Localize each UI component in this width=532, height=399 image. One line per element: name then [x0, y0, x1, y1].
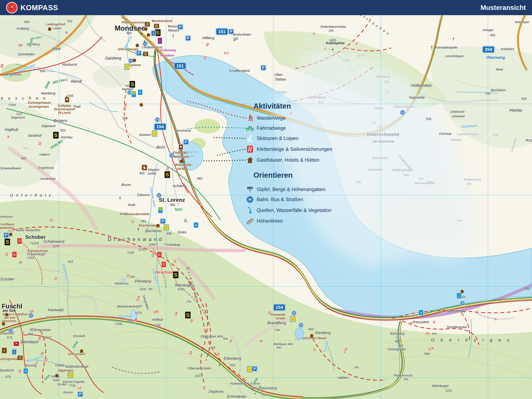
- legend-orientation-title: Orientieren: [253, 171, 293, 179]
- page-title: Musteransicht: [481, 4, 526, 12]
- legend-item-label: Fahrradwege: [257, 125, 286, 131]
- cross-icon: †: [218, 363, 221, 368]
- cross-icon: †: [172, 34, 174, 39]
- legend-item-gasthaeuser: Gasthäuser, Hotels & Hütten: [246, 156, 319, 165]
- S-icon: S: [185, 312, 190, 318]
- legend-item-wanderwege: Wanderwege: [246, 114, 286, 123]
- bus-icon: ∩: [247, 366, 253, 372]
- bus-icon: ∩: [124, 64, 130, 70]
- bus-icon: ∩: [164, 224, 169, 230]
- cross-icon: †: [452, 37, 454, 42]
- house-icon: [246, 157, 254, 164]
- i-icon: i: [12, 349, 17, 355]
- golf-icon: ⚑: [178, 144, 183, 150]
- compass-needle-icon: [7, 3, 17, 13]
- climb-icon: ☰: [17, 238, 22, 244]
- museum-icon: ☰: [145, 22, 150, 27]
- flag-icon: ⚑: [14, 342, 19, 346]
- camp-icon: △: [184, 217, 187, 222]
- hut-icon: [5, 313, 9, 317]
- brand: KOMPASS: [6, 2, 58, 13]
- H-icon: H: [29, 313, 33, 318]
- bike-icon: [246, 125, 254, 131]
- hut-icon: [55, 374, 59, 377]
- contours-icon: [246, 218, 254, 224]
- P-icon: P: [183, 139, 189, 145]
- hut-icon: [310, 334, 314, 338]
- museum-icon: ☰: [18, 356, 23, 360]
- P-icon: P: [252, 366, 257, 372]
- bath-icon: ≈: [131, 91, 136, 97]
- H-icon: H: [460, 301, 465, 306]
- S-icon: S: [173, 272, 178, 278]
- hut-icon: [80, 349, 84, 353]
- road-number-badge: 254: [482, 46, 495, 53]
- cross-icon: †: [140, 32, 142, 37]
- road-number-badge: 151: [216, 28, 228, 35]
- beach-icon: ≈: [23, 368, 28, 374]
- map-legend: Aktivitäten Wanderwege Fahrradwege: [246, 81, 364, 224]
- legend-item-quellen: Quellen, Wasserfälle & Vegetation: [246, 206, 331, 215]
- P-icon: P: [160, 218, 165, 224]
- P-icon: P: [228, 29, 234, 34]
- kompass-logo-icon: [6, 2, 18, 13]
- anchor-icon: ⚓: [456, 292, 462, 299]
- bus-icon: ∩: [68, 372, 73, 378]
- P-icon: P: [178, 24, 183, 30]
- ladder-icon: [246, 146, 254, 153]
- walk-icon: ↑: [158, 37, 162, 44]
- cross-icon: †: [119, 196, 121, 201]
- legend-item-label: Gasthäuser, Hotels & Hütten: [257, 157, 319, 163]
- hut-icon: [1, 322, 6, 326]
- header-bar: KOMPASS Musteransicht: [0, 0, 532, 15]
- museum-icon: ☰: [143, 52, 148, 56]
- museum-icon: ☰: [154, 24, 159, 28]
- P-icon: P: [4, 232, 9, 238]
- legend-item-hoehenlinien: Höhenlinien: [246, 217, 283, 226]
- tri-icon: ▲: [331, 48, 334, 51]
- cross-icon: †: [144, 39, 146, 44]
- H-icon: H: [157, 193, 162, 198]
- climb-icon: ☰: [157, 252, 162, 258]
- P-icon: P: [261, 65, 266, 70]
- hut-icon: [179, 159, 184, 163]
- kompass-map-sample-page: KOMPASS Musteransicht: [0, 0, 532, 399]
- S-icon: S: [5, 239, 10, 245]
- beach-icon: ≈: [193, 222, 199, 228]
- tri-icon: ▲: [65, 95, 68, 97]
- brand-name: KOMPASS: [20, 3, 58, 12]
- legend-activities-title: Aktivitäten: [253, 102, 291, 110]
- haltestelle-icon: H: [246, 196, 254, 203]
- S-icon: S: [130, 81, 135, 88]
- legend-item-label: Klettersteige & Seilversicherungen: [257, 146, 332, 152]
- hut-icon: [48, 27, 52, 31]
- H-icon: H: [292, 311, 297, 316]
- beach-icon: ≈: [138, 89, 143, 95]
- road-number-badge: 154: [154, 123, 166, 130]
- legend-item-label: Quellen, Wasserfälle & Vegetation: [257, 208, 331, 213]
- tri-icon: ▲: [233, 38, 236, 41]
- climb-icon: ☰: [161, 261, 166, 268]
- skier-icon: [246, 135, 254, 142]
- H-icon: H: [169, 153, 174, 158]
- hut-icon: [144, 27, 148, 31]
- S-icon: S: [165, 171, 170, 178]
- legend-item-label: Höhenlinien: [257, 218, 283, 224]
- hut-icon: [135, 44, 139, 47]
- spring-icon: [246, 207, 254, 214]
- legend-item-gipfel: 885 † Gipfel, Berge & Höhenangaben: [246, 185, 325, 194]
- lift-icon: //: [2, 348, 7, 353]
- summit-icon: 885 †: [246, 186, 254, 193]
- cross-icon: †: [137, 227, 139, 232]
- bus-icon: ∩: [290, 316, 295, 322]
- H-icon: H: [299, 323, 304, 328]
- beach-icon: ≈: [418, 310, 424, 316]
- legend-item-label: Bahn, Bus & Straßen: [257, 197, 303, 202]
- H-icon: H: [400, 110, 405, 115]
- road-number-badge: 151: [174, 62, 186, 70]
- hut-icon: [139, 103, 144, 107]
- legend-item-label: Wanderwege: [257, 115, 286, 121]
- climb-icon: ☰: [12, 251, 17, 258]
- P-icon: P: [185, 35, 191, 41]
- hut-icon: [146, 33, 151, 37]
